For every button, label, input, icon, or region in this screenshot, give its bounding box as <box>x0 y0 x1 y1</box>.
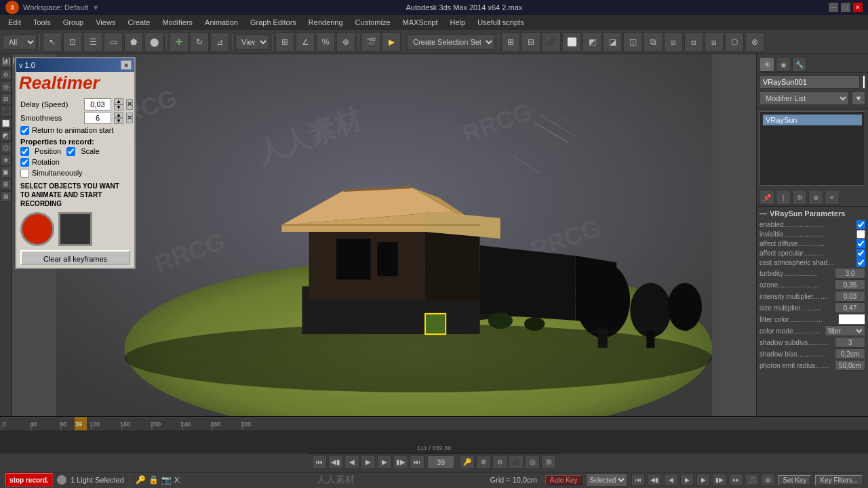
left-tool-6[interactable]: ⬜ <box>1 118 12 129</box>
extra-tool-2[interactable]: ⊟ <box>521 33 540 52</box>
timeline-icon-1[interactable]: 🔑 <box>460 455 475 469</box>
rotation-checkbox[interactable] <box>20 158 29 167</box>
left-tool-7[interactable]: ◩ <box>1 130 12 141</box>
pb-icon-6[interactable]: ▮▶ <box>713 474 726 486</box>
selected-dropdown[interactable]: Selected <box>586 473 627 487</box>
timeline-ruler[interactable]: 0 40 80 120 160 200 240 280 320 39 <box>0 417 868 430</box>
rp-tab-utilities[interactable]: 🔧 <box>792 57 807 72</box>
all-dropdown[interactable]: All <box>3 35 37 49</box>
rp-action-configure[interactable]: ⚙ <box>792 190 807 205</box>
vp-ozone-input[interactable] <box>835 279 865 290</box>
left-tool-9[interactable]: ⊗ <box>1 155 12 165</box>
clear-keyframes-btn[interactable]: Clear all keyframes <box>20 250 130 265</box>
menu-rendering[interactable]: Rendering <box>303 17 349 28</box>
left-tool-2[interactable]: ⊖ <box>1 69 12 80</box>
vp-color-mode-dropdown[interactable]: filter <box>825 325 865 336</box>
rotate-btn[interactable]: ↻ <box>190 33 209 52</box>
timeline-icon-3[interactable]: ⊖ <box>492 455 507 469</box>
left-tool-8[interactable]: ⬡ <box>1 142 12 153</box>
left-tool-10[interactable]: ▣ <box>1 167 12 178</box>
select-tool-btn[interactable]: ↖ <box>43 33 62 52</box>
auto-key-btn[interactable]: Auto Key <box>545 475 583 485</box>
return-checkbox[interactable] <box>20 126 29 135</box>
timeline-nav-prev-key[interactable]: ◀▮ <box>328 455 343 469</box>
vp-affect-diffuse-checkbox[interactable] <box>856 239 865 248</box>
spinner-snap-btn[interactable]: ⊕ <box>336 33 355 52</box>
stop-record-btn[interactable]: stop record. <box>5 473 53 487</box>
vp-intensity-input[interactable] <box>835 291 865 302</box>
left-tool-11[interactable]: ⊞ <box>1 179 12 190</box>
left-tool-3[interactable]: ◎ <box>1 81 12 92</box>
extra-tool-11[interactable]: ⧆ <box>705 33 724 52</box>
menu-maxscript[interactable]: MAXScript <box>397 17 443 28</box>
rp-tab-light[interactable]: ☀ <box>760 57 774 72</box>
stop-btn[interactable] <box>58 212 92 246</box>
vp-affect-specular-checkbox[interactable] <box>856 249 865 258</box>
angle-snap-btn[interactable]: ∠ <box>296 33 315 52</box>
timeline-nav-next-key[interactable]: ▮▶ <box>393 455 408 469</box>
extra-tool-8[interactable]: ⧉ <box>644 33 663 52</box>
modifier-arrow-btn[interactable]: ▼ <box>852 92 865 105</box>
snap-toggle-btn[interactable]: ⊞ <box>275 33 294 52</box>
select-region-btn[interactable]: ⊡ <box>63 33 82 52</box>
rect-select-btn[interactable]: ▭ <box>104 33 123 52</box>
percent-snap-btn[interactable]: % <box>316 33 335 52</box>
create-selection-set[interactable]: Create Selection Set <box>407 35 495 49</box>
timeline-nav-next-frame[interactable]: ▶ <box>377 455 392 469</box>
scale-btn[interactable]: ⊿ <box>210 33 229 52</box>
timeline-nav-play[interactable]: ▶ <box>361 455 376 469</box>
vp-cast-atm-checkbox[interactable] <box>856 258 865 267</box>
lasso-select-btn[interactable]: ⬟ <box>124 33 143 52</box>
key-filters-btn[interactable]: Key Filters... <box>815 475 863 485</box>
left-tool-4[interactable]: ⊟ <box>1 94 12 104</box>
vp-shadow-subdivs-input[interactable] <box>835 337 865 348</box>
extra-tool-6[interactable]: ◪ <box>603 33 622 52</box>
move-btn[interactable]: ✛ <box>170 33 189 52</box>
menu-graph-editors[interactable]: Graph Editors <box>245 17 302 28</box>
timeline-nav-end[interactable]: ⏭ <box>410 455 425 469</box>
simultaneously-checkbox[interactable] <box>20 169 29 178</box>
pb-icon-5[interactable]: ▶ <box>696 474 710 486</box>
menu-group[interactable]: Group <box>58 17 90 28</box>
smoothness-down-btn[interactable]: ▼ <box>114 118 123 124</box>
vp-enabled-checkbox[interactable] <box>856 220 865 229</box>
vp-filter-color-swatch[interactable] <box>838 314 865 325</box>
pb-icon-3[interactable]: ◀ <box>664 474 677 486</box>
timeline-nav-start[interactable]: ⏮ <box>312 455 327 469</box>
extra-tool-7[interactable]: ◫ <box>623 33 642 52</box>
timeline-icon-2[interactable]: ⊕ <box>476 455 491 469</box>
menu-animation[interactable]: Animation <box>199 17 243 28</box>
smoothness-input[interactable] <box>84 112 111 124</box>
delay-x-btn[interactable]: ✕ <box>126 99 133 110</box>
vp-turbidity-input[interactable] <box>835 268 865 279</box>
smoothness-up-btn[interactable]: ▲ <box>114 112 123 118</box>
record-btn[interactable] <box>20 212 54 246</box>
extra-tool-1[interactable]: ⊞ <box>501 33 520 52</box>
vp-photon-radius-input[interactable] <box>835 360 865 371</box>
extra-tool-3[interactable]: ⬛ <box>542 33 561 52</box>
rp-action-param-wiring[interactable]: ⊕ <box>808 190 823 205</box>
modifier-list-dropdown[interactable]: Modifier List <box>760 92 849 105</box>
rp-tab-display[interactable]: ◉ <box>776 57 791 72</box>
rp-action-channel[interactable]: | <box>776 190 791 205</box>
menu-customize[interactable]: Customize <box>350 17 396 28</box>
vp-shadow-bias-input[interactable] <box>835 348 865 359</box>
realtimer-titlebar[interactable]: v 1.0 ✕ <box>16 58 134 72</box>
timeline-tracks[interactable] <box>0 430 868 443</box>
rp-action-options[interactable]: ≡ <box>825 190 840 205</box>
pb-icon-9[interactable]: ⊞ <box>762 474 775 486</box>
vp-size-mult-input[interactable] <box>835 302 865 313</box>
vp-invisible-checkbox[interactable] <box>856 230 865 239</box>
viewport[interactable]: [+] [Camera001] [Realistic] ⊕ ⊖ ◎ ⊟ ⬛ ⬜ … <box>0 54 756 416</box>
menu-create[interactable]: Create <box>122 17 155 28</box>
realtimer-close-btn[interactable]: ✕ <box>121 60 132 70</box>
scale-checkbox[interactable] <box>66 147 75 156</box>
timeline-icon-5[interactable]: ◎ <box>525 455 540 469</box>
extra-tool-13[interactable]: ⊗ <box>745 33 764 52</box>
set-key-btn[interactable]: Set Key <box>778 475 811 485</box>
current-frame-input[interactable] <box>427 455 454 469</box>
extra-tool-10[interactable]: ⧈ <box>684 33 703 52</box>
modifier-entry-vraysun[interactable]: VRaySun <box>763 115 862 125</box>
paint-select-btn[interactable]: ⬤ <box>144 33 163 52</box>
pb-icon-1[interactable]: ⏮ <box>631 474 645 486</box>
